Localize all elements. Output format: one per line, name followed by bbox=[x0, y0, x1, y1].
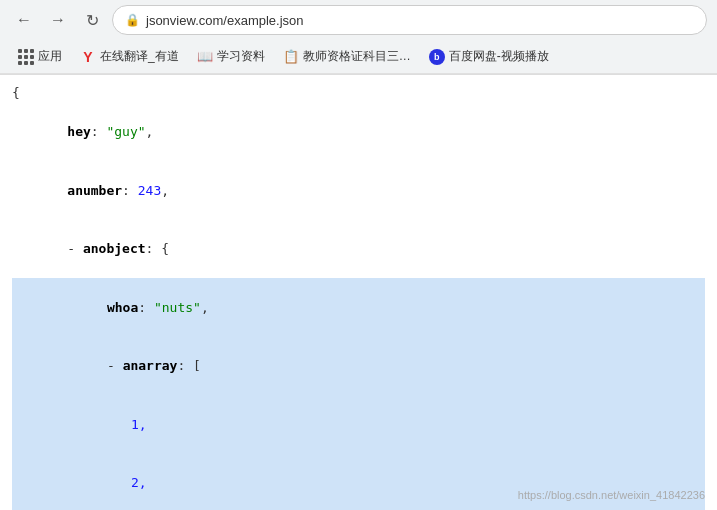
hey-val: "guy" bbox=[106, 124, 145, 139]
bookmark-baidu[interactable]: b 百度网盘-视频播放 bbox=[421, 45, 557, 68]
whoa-val: "nuts" bbox=[154, 300, 201, 315]
apps-icon bbox=[18, 49, 34, 65]
bookmark-youdao[interactable]: Y 在线翻译_有道 bbox=[72, 45, 187, 68]
bookmark-study-label: 学习资料 bbox=[217, 48, 265, 65]
bookmark-teacher[interactable]: 📋 教师资格证科目三… bbox=[275, 45, 419, 68]
whoa-key: whoa bbox=[107, 300, 138, 315]
arr-2-val: 2, bbox=[131, 475, 147, 490]
reload-button[interactable]: ↻ bbox=[78, 6, 106, 34]
bookmark-study[interactable]: 📖 学习资料 bbox=[189, 45, 273, 68]
baidu-icon: b bbox=[429, 49, 445, 65]
bookmark-youdao-label: 在线翻译_有道 bbox=[100, 48, 179, 65]
teacher-icon: 📋 bbox=[283, 49, 299, 65]
back-button[interactable]: ← bbox=[10, 6, 38, 34]
json-open-brace: { bbox=[12, 83, 705, 103]
anarray-key: anarray bbox=[123, 358, 178, 373]
json-arr-1: 1, bbox=[12, 395, 705, 454]
json-anobject-collapse[interactable]: - anobject: { bbox=[12, 220, 705, 279]
forward-button[interactable]: → bbox=[44, 6, 72, 34]
anumber-val: 243 bbox=[138, 183, 161, 198]
bookmarks-bar: 应用 Y 在线翻译_有道 📖 学习资料 📋 教师资格证科目三… b 百度网盘-视… bbox=[0, 40, 717, 74]
address-bar[interactable]: 🔒 jsonview.com/example.json bbox=[112, 5, 707, 35]
json-content: { hey: "guy", anumber: 243, - anobject: … bbox=[0, 75, 717, 510]
json-anarray-collapse[interactable]: - anarray: [ bbox=[12, 337, 705, 396]
lock-icon: 🔒 bbox=[125, 13, 140, 27]
anumber-key: anumber bbox=[67, 183, 122, 198]
json-hey-line: hey: "guy", bbox=[12, 103, 705, 162]
browser-chrome: ← → ↻ 🔒 jsonview.com/example.json 应用 Y 在… bbox=[0, 0, 717, 75]
bookmark-apps[interactable]: 应用 bbox=[10, 45, 70, 68]
json-anumber-line: anumber: 243, bbox=[12, 161, 705, 220]
anobject-key: anobject bbox=[83, 241, 146, 256]
nav-bar: ← → ↻ 🔒 jsonview.com/example.json bbox=[0, 0, 717, 40]
hey-key: hey bbox=[67, 124, 90, 139]
json-whoa-line: whoa: "nuts", bbox=[12, 278, 705, 337]
youdao-icon: Y bbox=[80, 49, 96, 65]
address-text: jsonview.com/example.json bbox=[146, 13, 694, 28]
study-icon: 📖 bbox=[197, 49, 213, 65]
bookmark-apps-label: 应用 bbox=[38, 48, 62, 65]
bookmark-baidu-label: 百度网盘-视频播放 bbox=[449, 48, 549, 65]
arr-1-val: 1, bbox=[131, 417, 147, 432]
watermark: https://blog.csdn.net/weixin_41842236 bbox=[518, 487, 705, 504]
bookmark-teacher-label: 教师资格证科目三… bbox=[303, 48, 411, 65]
